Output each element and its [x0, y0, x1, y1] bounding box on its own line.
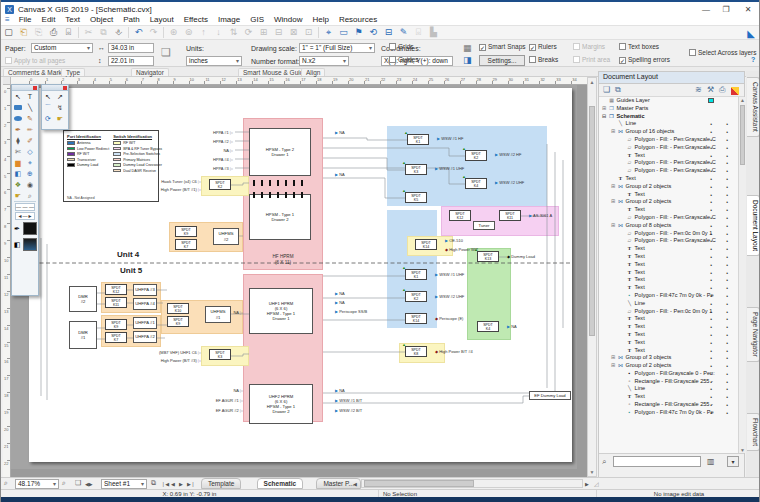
visibility-dot[interactable]: • [710, 238, 712, 244]
visibility-dot[interactable]: • [710, 129, 712, 135]
spdt-switch-k13[interactable]: SPDTK13▲ [477, 251, 499, 262]
menu-gis[interactable]: GIS [245, 14, 269, 25]
menu-layout[interactable]: Layout [145, 14, 179, 25]
spdt-switch-k14[interactable]: SPDTK14 [405, 313, 427, 324]
spdt-switch-k14[interactable]: SPDTK14 [415, 239, 437, 250]
lock-dot[interactable]: • [726, 348, 728, 354]
side-tab-canvas-assistant[interactable]: Canvas Assistant [747, 77, 760, 137]
new-sheet-icon[interactable]: ❏ [75, 479, 81, 487]
guides-checkbox[interactable]: Guides [389, 56, 419, 63]
layer-row[interactable]: T Text•• [599, 191, 738, 199]
visibility-dot[interactable]: • [710, 168, 712, 174]
lock-dot[interactable]: • [726, 231, 728, 237]
visibility-dot[interactable]: • [710, 121, 712, 127]
lock-dot[interactable]: • [726, 355, 728, 361]
highlighter-tool-icon[interactable]: ▆ [12, 157, 24, 168]
visibility-dot[interactable]: • [710, 223, 712, 229]
layer-row[interactable]: ╲ Line•• [599, 385, 738, 393]
toolbox-close-icon[interactable] [33, 86, 37, 90]
spdt-switch-k1[interactable]: SPDTK1▲ [405, 269, 427, 280]
spdt-switch-k2[interactable]: SPDTK2▲ [405, 291, 427, 302]
settings-button[interactable]: Settings... [479, 55, 525, 66]
margins-checkbox[interactable]: Margins [573, 43, 605, 50]
sheet-select[interactable]: Sheet #1▾ [101, 479, 147, 489]
visibility-dot[interactable]: • [710, 386, 712, 392]
spdt-switch-k1[interactable]: SPDTK1▲ [407, 134, 429, 145]
polygon-tool-icon[interactable]: ◇ [24, 146, 36, 157]
uhfpa1[interactable]: UHFPA #1 [133, 317, 157, 329]
text-tool-icon[interactable]: T [24, 91, 36, 102]
lock-dot[interactable]: • [726, 176, 728, 182]
layer-row[interactable]: ▱ Polygon - Fill: - Pen:Grayscale C•• [599, 214, 738, 222]
visibility-dot[interactable]: • [710, 160, 712, 166]
lock-dot[interactable]: • [726, 402, 728, 408]
hscroll-left-icon[interactable]: ◀ [353, 481, 357, 487]
open-icon[interactable]: ⎗ [16, 26, 31, 39]
duplicate-sheet-icon[interactable]: ⧉ [151, 479, 156, 487]
zoom-level-select[interactable]: 48.17%▾ [15, 479, 59, 489]
spdt-switch-k9[interactable]: SPDTK9 [105, 319, 127, 330]
last-page-icon[interactable]: ▶❘ [187, 481, 195, 487]
lock-dot[interactable]: • [726, 340, 728, 346]
lock-dot[interactable]: • [726, 160, 728, 166]
lock-dot[interactable]: • [726, 153, 728, 159]
panel-scroll-up-icon[interactable]: ▲ [739, 97, 746, 103]
layer-row[interactable]: ▫ Rectangle - Fill:Grayscale 255 -•• [599, 401, 738, 409]
menu-text[interactable]: Text [60, 14, 85, 25]
eyedropper-tool-icon[interactable]: ⧫ [12, 135, 24, 146]
sheet-tab-schematic[interactable]: Schematic [257, 478, 304, 489]
spdt-switch-k9[interactable]: SPDTK9 [167, 316, 189, 327]
first-page-icon[interactable]: ❘◀ [161, 481, 169, 487]
shape-icon[interactable]: ▭ [336, 26, 351, 39]
layer-row[interactable]: ▪ Polygon - Fill:Grayscale 0 - Pen:•• [599, 370, 738, 378]
select-tool-icon[interactable]: ↖ [12, 91, 24, 102]
toolbox-palette[interactable]: ↖T╲✎✒✏⧫✐✄◇▆⌖◧⊕❖◉☛⌕ — — — ◄—► ✒ ◧ [11, 84, 39, 296]
print-icon[interactable]: ⎙ [46, 26, 61, 39]
visibility-dot[interactable]: • [710, 277, 712, 283]
horizontal-scroll-thumb[interactable] [364, 480, 474, 487]
document-page[interactable]: HPSM - Type 2Drawer 1HPSM - Type 1Drawer… [29, 88, 572, 462]
menu-effects[interactable]: Effects [179, 14, 213, 25]
subpalette-title-bar[interactable] [42, 85, 68, 91]
layer-row[interactable]: ▪ Polygon - Fill:47c 7m 0y 0k - Pe•• [599, 409, 738, 417]
undo-icon[interactable]: ↶ [131, 26, 146, 39]
fill-color-swatch[interactable] [23, 238, 37, 251]
layer-row[interactable]: T Text•• [599, 339, 738, 347]
spdt-switch-k9[interactable]: SPDTK9 [175, 226, 197, 237]
menu-window[interactable]: Window [269, 14, 307, 25]
menu-edit[interactable]: Edit [37, 14, 61, 25]
layer-search-input[interactable] [613, 456, 701, 467]
zoom-tool-icon[interactable]: ⌕ [24, 190, 36, 201]
hpsm-type1-drawer2[interactable]: HPSM - Type 1Drawer 2 [249, 194, 311, 240]
visibility-dot[interactable]: • [710, 348, 712, 354]
uhfms2[interactable]: UHFMS#2 [213, 228, 239, 245]
selection-subpalette[interactable]: ↖↗⌒↯⟳☛ [41, 84, 69, 130]
colors-icon[interactable] [731, 87, 739, 95]
paper-height-input[interactable]: 22.01 in [108, 56, 154, 66]
layer-row[interactable]: ⊞❐ Master Parts [599, 105, 738, 113]
layer-row[interactable]: ⊞⋈ Group of 3 objects•• [599, 354, 738, 362]
spdt-switch-k12[interactable]: SPDTK12 [105, 284, 127, 295]
spdt-switch-k2[interactable]: SPDTK2 [209, 179, 231, 190]
layer-row[interactable]: ▱ Polygon - Fill: - Pen:Grayscale C•• [599, 167, 738, 175]
lock-dot[interactable]: • [726, 379, 728, 385]
help-icon[interactable]: ? [751, 56, 755, 63]
visibility-dot[interactable]: • [710, 153, 712, 159]
annotate-icon[interactable]: ✎ [396, 26, 411, 39]
visibility-dot[interactable]: • [710, 231, 712, 237]
visibility-dot[interactable]: • [710, 402, 712, 408]
section-tab-navigator[interactable]: Navigator [131, 68, 169, 76]
visibility-dot[interactable]: • [710, 207, 712, 213]
visibility-dot[interactable]: • [710, 355, 712, 361]
uhfpa3[interactable]: UHFPA #3 [133, 284, 157, 296]
menu-image[interactable]: Image [213, 14, 245, 25]
spelling-errors-checkbox[interactable]: ✓Spelling errors [619, 56, 670, 64]
lock-dot[interactable]: • [726, 184, 728, 190]
text-boxes-checkbox[interactable]: Text boxes [619, 43, 659, 50]
side-tab-page-navigator[interactable]: Page Navigator [747, 307, 760, 362]
visibility-dot[interactable]: • [710, 199, 712, 205]
lock-dot[interactable]: • [726, 223, 728, 229]
layer-row[interactable]: T Text•• [599, 276, 738, 284]
lock-dot[interactable]: • [726, 332, 728, 338]
rectangle-tool-icon[interactable] [12, 102, 24, 113]
